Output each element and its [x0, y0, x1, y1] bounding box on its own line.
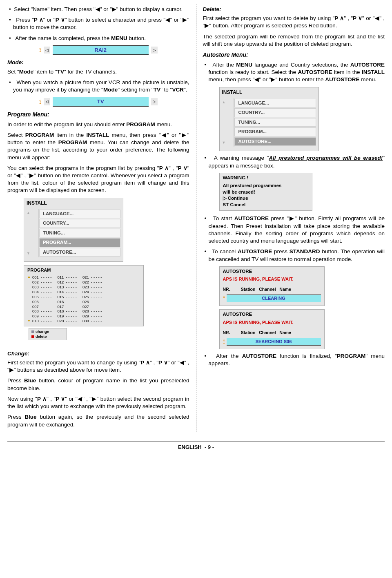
menu-item-language: LANGUAGE...: [234, 99, 316, 108]
down-arrow-icon: ▼: [222, 140, 226, 145]
program-cell: 008 - - - - -: [32, 309, 52, 314]
program-cell: 024 - - - - -: [82, 290, 102, 295]
name-bullet-3: After the name is completed, press the M…: [9, 35, 189, 42]
down-arrow-icon: ▼: [27, 319, 31, 324]
menu-item-country: COUNTRY...: [39, 219, 120, 228]
program-cell: 011 - - - - -: [57, 275, 77, 280]
program-cell: 029 - - - - -: [82, 314, 102, 319]
right-arrow-icon: ▷: [151, 98, 158, 105]
program-menu-text-2: Select PROGRAM item in the INSTALL menu,…: [7, 132, 189, 161]
left-arrow-icon: ◁: [44, 98, 50, 105]
program-cell: 016 - - - - -: [57, 299, 77, 304]
menu-item-program: PROGRAM...: [234, 127, 316, 136]
program-cell: 021 - - - - -: [82, 275, 102, 280]
page-footer: ENGLISH - 9 -: [7, 442, 385, 451]
program-cell: 003 - - - - -: [32, 285, 52, 290]
autostore-box-2: AUTOSTORE APS IS RUNNING, PLEASE WAIT. N…: [219, 309, 325, 349]
up-arrow-icon: ▲: [27, 275, 31, 279]
aps-headers: NR. Station Channel Name: [223, 286, 321, 292]
program-cell: 010 - - - - -: [32, 319, 52, 324]
autostore-box-title: AUTOSTORE: [223, 268, 321, 275]
left-arrow-icon: ◁: [44, 47, 50, 54]
program-cell: 009 - - - - -: [32, 314, 52, 319]
program-cell: 004 - - - - -: [32, 290, 52, 295]
delete-text-1: First select the program you want to del…: [203, 15, 385, 29]
autostore-bullet-1: After the MENU language and Country sele…: [205, 61, 385, 84]
tune-icon: ⟟: [39, 46, 41, 54]
delete-text-2: The selected program will be removed fro…: [203, 33, 385, 48]
program-cell: 017 - - - - -: [57, 304, 77, 309]
program-actions: change delete: [29, 328, 67, 340]
program-cell: 007 - - - - -: [32, 304, 52, 309]
autostore-bullet-4: To cancel AUTOSTORE press STANDARD butto…: [205, 248, 385, 263]
change-text-2: Press Blue button, colour of program nam…: [7, 377, 189, 392]
aps-running-text: APS IS RUNNING, PLEASE WAIT.: [223, 276, 321, 282]
menu-item-autostore: AUTOSTORE...: [39, 248, 120, 257]
program-cell: 019 - - - - -: [57, 314, 77, 319]
up-arrow-icon: ▲: [222, 100, 226, 105]
program-cell: 028 - - - - -: [82, 309, 102, 314]
autostore-final: After the AUTOSTORE function is finalize…: [205, 353, 385, 367]
program-cell: 014 - - - - -: [57, 290, 77, 295]
program-cell: 027 - - - - -: [82, 304, 102, 309]
autostore-box-1: AUTOSTORE APS IS RUNNING, PLEASE WAIT. N…: [219, 266, 325, 306]
program-menu-text-1: In order to edit the program list you sh…: [7, 121, 189, 128]
program-cell: 022 - - - - -: [82, 280, 102, 285]
tune-icon: ⟟: [39, 98, 41, 106]
program-cell: 030 - - - - -: [82, 319, 102, 324]
menu-item-language: LANGUAGE...: [39, 210, 120, 219]
red-square-icon: [31, 335, 34, 338]
warning-line-2: will be erased!: [223, 189, 309, 196]
change-text-1: First select the program you want to cha…: [7, 359, 189, 374]
autostore-bullet-2: A warning message "All prestored program…: [205, 154, 385, 169]
mode-text-1: Set "Mode" item to "TV" for the TV chann…: [7, 68, 189, 76]
right-arrow-icon: ▷: [151, 47, 158, 54]
osd-value: TV: [53, 97, 149, 107]
osd-mode-bar: ⟟ ◁ TV ▷: [39, 97, 158, 107]
warning-continue: ▷ Continue: [223, 195, 309, 202]
aps-headers: NR. Station Channel Name: [223, 330, 321, 335]
program-cell: 023 - - - - -: [82, 285, 102, 290]
osd-name-bar: ⟟ ◁ RAI2 ▷: [39, 45, 158, 55]
aps-running-text: APS IS RUNNING, PLEASE WAIT.: [223, 319, 321, 326]
down-arrow-icon: ▼: [27, 251, 30, 256]
osd-value: RAI2: [53, 45, 149, 55]
mode-heading: Mode:: [7, 59, 189, 66]
install-menu-box-right: INSTALL ▲ ▼ LANGUAGE... COUNTRY... TUNIN…: [219, 87, 319, 152]
install-menu-title: INSTALL: [222, 89, 316, 96]
program-cell: 026 - - - - -: [82, 299, 102, 304]
program-cell: 020 - - - - -: [57, 319, 77, 324]
autostore-menu-heading: Autostore Menu:: [203, 51, 385, 59]
name-bullet-2: Press "P ∧" or "P ∨" button to select a …: [9, 16, 189, 31]
program-cell: 015 - - - - -: [57, 295, 77, 299]
warning-title: WARNING !: [223, 175, 309, 181]
program-cell: 013 - - - - -: [57, 285, 77, 290]
osd-value: SEARCHING S06: [227, 338, 321, 346]
program-menu-heading: Program Menu:: [7, 111, 189, 118]
tune-icon: ⟟: [223, 295, 225, 302]
program-cell: 001 - - - - -: [32, 275, 52, 280]
menu-item-tuning: TUNING...: [234, 118, 316, 127]
program-menu-text-3: You can select the programs in the progr…: [7, 165, 189, 194]
program-cell: 006 - - - - -: [32, 299, 52, 304]
mode-bullet-1: When you watch a picture from your VCR a…: [9, 79, 189, 94]
menu-item-country: COUNTRY...: [234, 108, 316, 117]
change-text-4: Press Blue button again, so the previous…: [7, 413, 189, 428]
change-text-3: Now using "P ∧" , "P ∨" or "◀" , "▶" but…: [7, 395, 189, 410]
tune-icon: ⟟: [223, 338, 225, 346]
program-cell: 018 - - - - -: [57, 309, 77, 314]
osd-value: CLEARING: [227, 295, 321, 302]
up-arrow-icon: ▲: [27, 210, 30, 215]
program-list-title: PROGRAM: [27, 267, 140, 273]
warning-cancel: ST Cancel: [223, 202, 309, 208]
delete-heading: Delete:: [203, 6, 385, 13]
program-list-box: PROGRAM ▲ ▼ 001 - - - - -002 - - - - -00…: [24, 265, 144, 326]
program-cell: 005 - - - - -: [32, 295, 52, 299]
install-menu-title: INSTALL: [27, 200, 120, 206]
program-cell: 012 - - - - -: [57, 280, 77, 285]
change-heading: Change:: [7, 350, 189, 357]
program-cell: 002 - - - - -: [32, 280, 52, 285]
menu-item-program: PROGRAM...: [39, 238, 120, 247]
warning-line-1: All prestored programmes: [223, 183, 309, 189]
install-menu-box-left: INSTALL ▲ ▼ LANGUAGE... COUNTRY... TUNIN…: [24, 198, 123, 262]
